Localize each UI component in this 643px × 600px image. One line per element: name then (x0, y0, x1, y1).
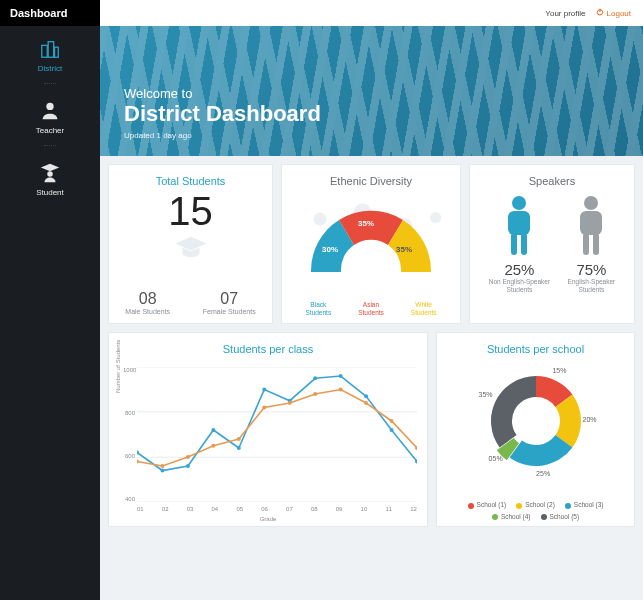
logout-label: Logout (607, 9, 631, 18)
divider (44, 145, 56, 146)
student-icon (0, 162, 100, 184)
pct-value: 75% (568, 261, 616, 278)
svg-point-40 (364, 401, 368, 405)
pct-value: 25% (489, 261, 550, 278)
svg-rect-4 (55, 47, 59, 57)
divider (44, 83, 56, 84)
pct-label: English-SpeakerStudents (568, 278, 616, 294)
card-title: Students per class (109, 333, 427, 355)
building-icon (0, 38, 100, 60)
card-students-per-class: Students per class Number of Students 10… (108, 332, 428, 527)
hero-updated: Updated 1 day ago (124, 131, 321, 140)
y-axis-label: Number of Students (115, 340, 121, 393)
legend-item: School (4) (492, 513, 531, 520)
card-students-per-school: Students per school 15%20%25%05%35% Scho… (436, 332, 635, 527)
gauge-pct-asian: 35% (358, 219, 374, 228)
card-ethnic-diversity: Ethenic Diversity 30% 35% 35% BlackStude… (281, 164, 461, 324)
female-label: Female Students (203, 308, 256, 315)
legend-item: School (2) (516, 501, 555, 508)
sidebar-item-label: Student (0, 188, 100, 197)
svg-point-39 (339, 387, 343, 391)
svg-rect-13 (583, 233, 589, 255)
svg-point-26 (313, 376, 317, 380)
hero-banner: Welcome to District Dashboard Updated 1 … (100, 26, 643, 156)
gauge-pct-black: 30% (322, 245, 338, 254)
svg-point-21 (186, 464, 190, 468)
svg-rect-3 (48, 42, 54, 58)
pie-slice-label: 20% (583, 416, 597, 423)
power-icon (596, 8, 604, 18)
card-title: Students per school (437, 333, 634, 355)
svg-point-38 (313, 392, 317, 396)
female-count: 07 (203, 290, 256, 308)
legend-asian: AsianStudents (358, 301, 384, 317)
svg-rect-14 (593, 233, 599, 255)
card-total-students: Total Students 15 08 Male Students 07 Fe… (108, 164, 273, 324)
profile-link[interactable]: Your profile (545, 9, 585, 18)
legend-item: School (3) (565, 501, 604, 508)
male-label: Male Students (125, 308, 170, 315)
legend-white: WhiteStudents (411, 301, 437, 317)
person-icon (568, 195, 616, 257)
english-speaker: 75% English-SpeakerStudents (568, 195, 616, 294)
teacher-icon (0, 100, 100, 122)
male-students: 08 Male Students (125, 290, 170, 315)
svg-point-37 (288, 401, 292, 405)
card-speakers: Speakers 25% Non English-SpeakerStudents… (469, 164, 635, 324)
svg-point-6 (47, 171, 53, 177)
x-ticks: 010203040506070809101112 (137, 506, 417, 512)
graduation-cap-icon (109, 235, 272, 263)
brand-title: Dashboard (0, 0, 100, 26)
y-ticks: 1000800600400 (123, 367, 135, 502)
female-students: 07 Female Students (203, 290, 256, 315)
svg-point-28 (364, 394, 368, 398)
page-title: District Dashboard (124, 101, 321, 127)
svg-point-5 (46, 103, 53, 110)
sidebar: District Teacher Student (0, 26, 100, 600)
legend-black: BlackStudents (305, 301, 331, 317)
non-english-speaker: 25% Non English-SpeakerStudents (489, 195, 550, 294)
sidebar-item-student[interactable]: Student (0, 150, 100, 203)
svg-rect-12 (580, 211, 602, 235)
svg-point-7 (512, 196, 526, 210)
svg-rect-8 (508, 211, 530, 235)
sidebar-item-teacher[interactable]: Teacher (0, 88, 100, 141)
legend-item: School (5) (541, 513, 580, 520)
sidebar-item-label: Teacher (0, 126, 100, 135)
donut-chart: 15%20%25%05%35% (476, 361, 596, 481)
pie-slice-label: 35% (478, 391, 492, 398)
pie-slice-label: 05% (489, 455, 503, 462)
main-content: Welcome to District Dashboard Updated 1 … (100, 26, 643, 600)
svg-point-41 (390, 419, 394, 423)
pct-label: Non English-SpeakerStudents (489, 278, 550, 294)
svg-point-32 (160, 464, 164, 468)
svg-rect-9 (511, 233, 517, 255)
sidebar-item-label: District (0, 64, 100, 73)
male-count: 08 (125, 290, 170, 308)
svg-rect-10 (521, 233, 527, 255)
svg-point-22 (211, 428, 215, 432)
svg-point-24 (262, 387, 266, 391)
card-title: Total Students (109, 165, 272, 187)
svg-rect-2 (42, 45, 48, 57)
hero-welcome: Welcome to (124, 86, 321, 101)
svg-point-23 (237, 446, 241, 450)
svg-point-36 (262, 405, 266, 409)
gauge-pct-white: 35% (396, 245, 412, 254)
svg-point-11 (584, 196, 598, 210)
svg-point-33 (186, 455, 190, 459)
pie-legend: School (1)School (2)School (3)School (4)… (445, 501, 626, 520)
svg-point-31 (137, 459, 139, 463)
line-chart (137, 367, 417, 502)
person-icon (489, 195, 550, 257)
legend-item: School (1) (468, 501, 507, 508)
gauge-chart: 30% 35% 35% (296, 197, 446, 277)
svg-point-27 (339, 374, 343, 378)
svg-point-35 (237, 437, 241, 441)
card-title: Speakers (470, 165, 634, 187)
card-title: Ethenic Diversity (282, 165, 460, 187)
svg-point-34 (211, 444, 215, 448)
logout-link[interactable]: Logout (596, 8, 631, 18)
pie-slice-label: 15% (552, 367, 566, 374)
sidebar-item-district[interactable]: District (0, 26, 100, 79)
